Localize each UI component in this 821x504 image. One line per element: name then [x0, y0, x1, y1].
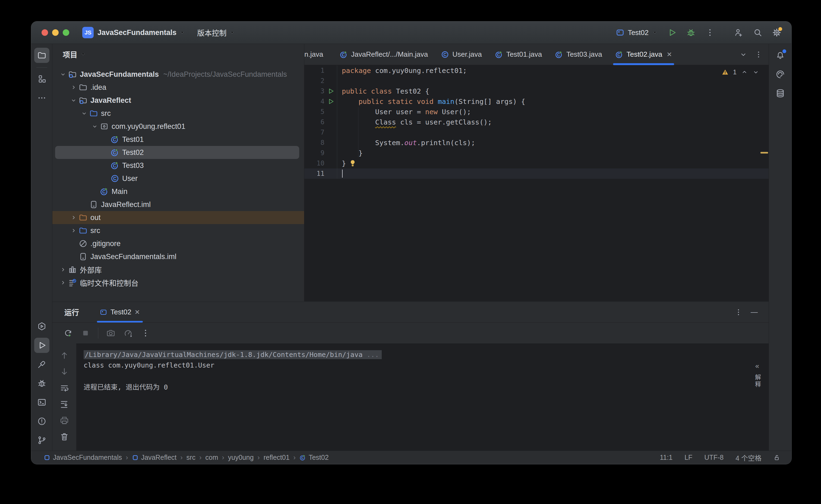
- tab-options-icon[interactable]: [755, 50, 763, 59]
- tab-Test02.java[interactable]: Test02.java✕: [609, 44, 679, 65]
- search-everywhere-button[interactable]: [753, 28, 763, 37]
- code-line-2[interactable]: 2: [304, 76, 769, 86]
- tree-item-JavaReflect.iml[interactable]: JavaReflect.iml: [52, 198, 304, 211]
- project-panel-header[interactable]: 项目: [52, 44, 304, 65]
- tree-item-Test02[interactable]: Test02: [55, 146, 299, 159]
- code-line-9[interactable]: 9 }: [304, 148, 769, 158]
- vcs-menu[interactable]: 版本控制: [197, 27, 235, 38]
- run-tool-button[interactable]: [34, 338, 49, 353]
- minimize-window-button[interactable]: [52, 29, 59, 36]
- code-line-11[interactable]: 11: [304, 168, 769, 179]
- more-actions-button[interactable]: [705, 28, 715, 37]
- tab-list-chevron-icon[interactable]: [739, 50, 747, 59]
- scroll-to-end-button[interactable]: [59, 399, 69, 409]
- intention-bulb-icon[interactable]: [349, 159, 357, 167]
- version-control-tool-button[interactable]: [34, 433, 49, 448]
- rerun-button[interactable]: [63, 328, 73, 338]
- more-tool-windows-button[interactable]: [34, 90, 49, 106]
- next-warning-icon[interactable]: [752, 69, 759, 76]
- chevron-down-icon[interactable]: [79, 110, 89, 117]
- tab-Test03.java[interactable]: Test03.java: [548, 44, 609, 65]
- tree-item-.gitignore[interactable]: .gitignore: [52, 237, 304, 250]
- code-line-8[interactable]: 8 System.out.println(cls);: [304, 138, 769, 148]
- tree-item-外部库[interactable]: 外部库: [52, 263, 304, 276]
- chevron-right-icon[interactable]: [68, 84, 79, 91]
- inspections-widget[interactable]: 1: [722, 68, 759, 76]
- tree-item-Main[interactable]: Main: [52, 185, 304, 198]
- run-gutter-icon[interactable]: [325, 88, 337, 95]
- chevron-right-icon[interactable]: [68, 227, 79, 234]
- hide-panel-icon[interactable]: —: [751, 308, 758, 316]
- next-occurrence-button[interactable]: [59, 367, 69, 377]
- code-line-1[interactable]: 1package com.yuy0ung.reflect01;: [304, 65, 769, 76]
- code-line-7[interactable]: 7: [304, 127, 769, 138]
- project-menu[interactable]: JavaSecFundamentals: [97, 28, 185, 37]
- run-button[interactable]: [667, 28, 677, 37]
- terminal-tool-button[interactable]: [34, 395, 49, 410]
- prev-warning-icon[interactable]: [741, 69, 748, 76]
- close-tab-icon[interactable]: ✕: [667, 51, 672, 58]
- zoom-window-button[interactable]: [63, 29, 69, 36]
- console-more-button[interactable]: [141, 328, 150, 338]
- file-encoding[interactable]: UTF-8: [704, 454, 724, 461]
- notifications-button[interactable]: [773, 48, 788, 63]
- run-tab-test02[interactable]: Test02 ✕: [95, 302, 144, 322]
- project-tool-button[interactable]: [34, 48, 49, 63]
- code-line-5[interactable]: 5 User user = new User();: [304, 107, 769, 117]
- run-config-selector[interactable]: Test02: [616, 28, 658, 37]
- stop-button[interactable]: [81, 328, 90, 338]
- run-gutter-icon[interactable]: [325, 98, 337, 105]
- chevron-right-icon[interactable]: [68, 214, 79, 221]
- clear-console-button[interactable]: [59, 432, 69, 442]
- chevron-down-icon[interactable]: [68, 97, 79, 104]
- code-editor[interactable]: 1package com.yuy0ung.reflect01;23public …: [304, 65, 769, 301]
- profiler-button[interactable]: [123, 328, 133, 338]
- tab-n.java[interactable]: n.java: [304, 44, 333, 65]
- code-line-6[interactable]: 6 Class cls = user.getClass();: [304, 117, 769, 127]
- tree-item-JavaSecFundamentals[interactable]: JavaSecFundamentals~/IdeaProjects/JavaSe…: [52, 68, 304, 81]
- tree-item-src[interactable]: src: [52, 107, 304, 120]
- tree-item-.idea[interactable]: .idea: [52, 81, 304, 94]
- services-tool-button[interactable]: [34, 319, 49, 334]
- prev-occurrence-button[interactable]: [59, 350, 69, 360]
- problems-tool-button[interactable]: [34, 414, 49, 429]
- tab-JavaReflect/.../Main.java[interactable]: JavaReflect/.../Main.java: [333, 44, 434, 65]
- capture-memory-snapshot-button[interactable]: [106, 328, 116, 338]
- breadcrumb-JavaSecFundamentals[interactable]: JavaSecFundamentals: [44, 454, 122, 461]
- breadcrumb-reflect01[interactable]: reflect01: [264, 454, 290, 461]
- close-run-tab-icon[interactable]: ✕: [135, 308, 140, 316]
- close-window-button[interactable]: [42, 29, 48, 36]
- tree-item-src[interactable]: src: [52, 224, 304, 237]
- tree-item-out[interactable]: out: [52, 211, 304, 224]
- code-line-10[interactable]: 10}: [304, 158, 769, 168]
- build-tool-button[interactable]: [34, 357, 49, 372]
- tree-item-com.yuy0ung.reflect01[interactable]: com.yuy0ung.reflect01: [52, 120, 304, 133]
- breadcrumb-JavaReflect[interactable]: JavaReflect: [132, 454, 177, 461]
- tab-Test01.java[interactable]: Test01.java: [488, 44, 549, 65]
- chevron-down-icon[interactable]: [90, 123, 100, 130]
- code-line-3[interactable]: 3public class Test02 {: [304, 86, 769, 96]
- debug-button[interactable]: [686, 28, 696, 37]
- run-panel-options-icon[interactable]: [734, 308, 743, 316]
- ai-assistant-button[interactable]: [773, 67, 788, 82]
- chevron-down-icon[interactable]: [58, 71, 68, 78]
- breadcrumb-com[interactable]: com: [205, 454, 218, 461]
- code-line-4[interactable]: 4 public static void main(String[] args)…: [304, 96, 769, 107]
- database-tool-button[interactable]: [773, 86, 788, 101]
- tree-item-User[interactable]: User: [52, 172, 304, 185]
- line-ending[interactable]: LF: [685, 454, 692, 461]
- tree-item-Test03[interactable]: Test03: [52, 159, 304, 172]
- print-button[interactable]: [59, 416, 69, 425]
- soft-wrap-button[interactable]: [59, 383, 69, 393]
- code-with-me-button[interactable]: [734, 28, 744, 37]
- console-collapsed-tab[interactable]: « 解释: [753, 362, 762, 388]
- collapse-chevron-icon[interactable]: «: [755, 362, 759, 370]
- scrollbar-warning-mark[interactable]: [761, 152, 768, 154]
- breadcrumb-Test02[interactable]: Test02: [300, 454, 329, 461]
- settings-button[interactable]: [772, 28, 782, 37]
- chevron-right-icon[interactable]: [58, 279, 68, 286]
- lock-icon[interactable]: [774, 454, 781, 461]
- tree-item-临时文件和控制台[interactable]: 临时文件和控制台: [52, 276, 304, 289]
- caret-position[interactable]: 11:1: [660, 454, 673, 461]
- structure-tool-button[interactable]: [34, 71, 49, 87]
